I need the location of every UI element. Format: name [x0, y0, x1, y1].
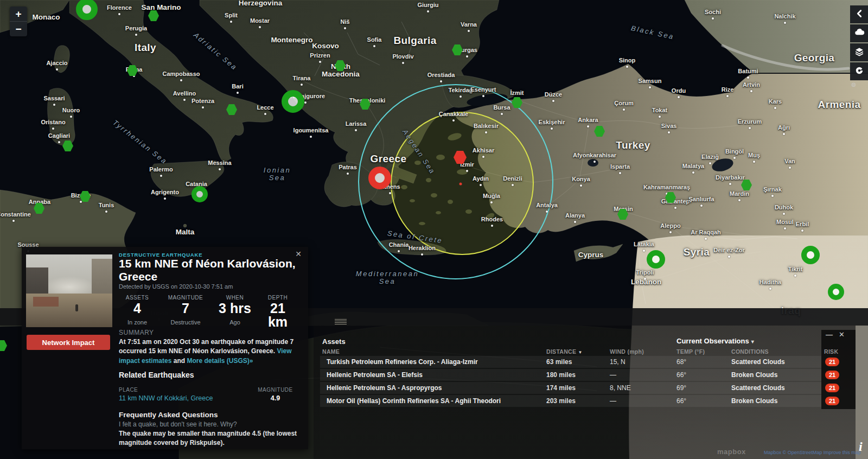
- asset-name: Turkish Petroleum Refineries Corp. - Ali…: [327, 358, 478, 366]
- risk-score-badge: 21: [825, 358, 839, 366]
- summary-heading: SUMMARY: [119, 329, 301, 336]
- asset-temp: 66°: [676, 371, 686, 379]
- asset-conditions: Broken Clouds: [731, 371, 777, 379]
- stat-label: DEPTH: [263, 295, 293, 301]
- column-header-temp[interactable]: TEMP (°F): [676, 348, 705, 355]
- earthquake-event-popup: ✕ Network Impact DESTRUCTIVE EARTHQUAKE …: [22, 247, 308, 449]
- event-detected-line: Detected by USGS on 2020-10-30 7:51 am: [119, 283, 301, 290]
- asset-conditions: Scattered Clouds: [731, 358, 785, 366]
- assets-panel: — ✕ Assets Current Observations▾ NAME DI…: [314, 326, 856, 459]
- asset-table-row[interactable]: Hellenic Petroleum SA - Elefsis 180 mile…: [320, 369, 821, 381]
- stat-label: MAGNITUDE: [168, 295, 203, 301]
- asset-name: Motor Oil (Hellas) Corinth Refineries SA…: [327, 397, 501, 405]
- stat-sub: Destructive: [168, 319, 203, 326]
- summary-and: and: [174, 357, 185, 365]
- column-header-wind[interactable]: WIND (mph): [610, 348, 644, 355]
- faq-answer: The quake may be smaller than magnitude …: [119, 429, 301, 448]
- panel-close-button[interactable]: ✕: [839, 331, 845, 338]
- asset-conditions: Broken Clouds: [731, 397, 777, 405]
- related-earthquakes-heading: Related Earthquakes: [119, 371, 301, 379]
- chevron-down-icon: ▾: [751, 339, 754, 345]
- sort-descending-icon: ▼: [578, 350, 583, 355]
- risk-score-badge: 21: [825, 397, 839, 405]
- network-impact-button[interactable]: Network Impact: [27, 335, 110, 350]
- asset-wind: 15, N: [610, 358, 626, 366]
- mapbox-logo[interactable]: mapbox: [717, 448, 746, 456]
- panel-drag-handle[interactable]: [335, 319, 347, 324]
- layers-button[interactable]: [850, 43, 868, 61]
- column-header-risk[interactable]: RISK: [824, 348, 838, 355]
- cloud-icon: [853, 27, 865, 41]
- summary-body: At 7:51 am on 2020 Oct 30 an earthquake …: [119, 338, 293, 355]
- stat-value: 7: [168, 302, 203, 315]
- photo-debris: [33, 297, 59, 307]
- faq-question[interactable]: I felt a quake, but don't see it here. W…: [119, 420, 301, 428]
- event-title: 15 km NNE of Néon Karlovásion, Greece: [119, 257, 301, 283]
- stat-sub: In zone: [126, 319, 149, 326]
- asset-wind: —: [610, 371, 616, 379]
- asset-name: Hellenic Petroleum SA - Aspropyrgos: [327, 384, 442, 392]
- layers-icon: [853, 46, 865, 60]
- faq-heading: Frequently Asked Questions: [119, 411, 301, 419]
- asset-table-row[interactable]: Turkish Petroleum Refineries Corp. - Ali…: [320, 356, 821, 368]
- map-zoom-control: + −: [10, 7, 27, 36]
- stat-label: WHEN: [219, 295, 251, 301]
- zoom-in-button[interactable]: +: [10, 7, 27, 21]
- weather-button[interactable]: [850, 24, 868, 42]
- asset-table-row[interactable]: Hellenic Petroleum SA - Aspropyrgos 174 …: [320, 382, 821, 394]
- asset-wind: 8, NNE: [610, 384, 631, 392]
- asset-distance: 63 miles: [546, 358, 572, 366]
- column-header-distance[interactable]: DISTANCE ▼: [546, 348, 583, 355]
- risk-score-badge: 21: [825, 371, 839, 379]
- risk-score-badge: 21: [825, 384, 839, 392]
- stat-value: 4: [126, 302, 149, 315]
- riskpulse-map-app: MonacoItalySan MarinoHerzegovinaMonteneg…: [0, 0, 868, 459]
- column-header-conditions[interactable]: CONDITIONS: [731, 348, 769, 355]
- photo-person: [75, 304, 78, 311]
- asset-conditions: Scattered Clouds: [731, 384, 785, 392]
- stat-value: 21 km: [263, 302, 293, 329]
- stat-magnitude: MAGNITUDE 7 Destructive: [168, 295, 203, 326]
- related-earthquake-magnitude: 4.9: [250, 394, 301, 402]
- info-icon[interactable]: i: [859, 439, 863, 454]
- stat-sub: Ago: [219, 319, 251, 326]
- map-toolbar: [850, 5, 868, 80]
- zoom-out-button[interactable]: −: [10, 22, 27, 36]
- chevron-left-icon: [853, 8, 865, 22]
- current-observations-dropdown[interactable]: Current Observations▾: [676, 337, 754, 345]
- asset-distance: 203 miles: [546, 397, 576, 405]
- stat-assets: ASSETS 4 In zone: [126, 295, 149, 326]
- related-magnitude-header: MAGNITUDE: [250, 387, 301, 393]
- stat-depth: DEPTH 21 km: [263, 295, 293, 333]
- panel-minimize-button[interactable]: —: [826, 331, 833, 338]
- asset-name: Hellenic Petroleum SA - Elefsis: [327, 371, 423, 379]
- attribution-mini-icon[interactable]: ◍: [851, 81, 856, 87]
- column-header-name[interactable]: NAME: [322, 348, 340, 355]
- asset-temp: 69°: [676, 384, 686, 392]
- more-details-usgs-link[interactable]: More details (USGS)»: [187, 357, 253, 365]
- asset-distance: 180 miles: [546, 371, 576, 379]
- map-style-icon: [853, 65, 865, 79]
- assets-panel-title: Assets: [322, 337, 346, 346]
- asset-wind: —: [610, 397, 616, 405]
- stat-value: 3 hrs: [219, 302, 251, 315]
- stat-when: WHEN 3 hrs Ago: [219, 295, 251, 326]
- asset-table-row[interactable]: Motor Oil (Hellas) Corinth Refineries SA…: [320, 395, 821, 407]
- basemap-button[interactable]: [850, 62, 868, 80]
- earthquake-photo: [26, 254, 112, 327]
- asset-temp: 68°: [676, 358, 686, 366]
- asset-distance: 174 miles: [546, 384, 576, 392]
- asset-temp: 66°: [676, 397, 686, 405]
- collapse-button[interactable]: [850, 5, 868, 23]
- map-attribution-links[interactable]: Mapbox © OpenStreetMap Improve this map: [764, 450, 861, 455]
- current-observations-label: Current Observations: [676, 337, 749, 345]
- summary-text: At 7:51 am on 2020 Oct 30 an earthquake …: [119, 337, 301, 366]
- stat-label: ASSETS: [126, 295, 149, 301]
